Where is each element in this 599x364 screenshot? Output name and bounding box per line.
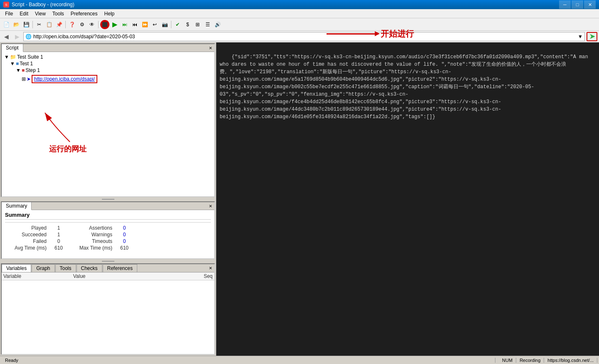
label-maxtime: Max Time (ms): [71, 245, 112, 251]
view-button[interactable]: 👁: [87, 20, 97, 29]
expand-icon: ▼: [4, 54, 9, 60]
go-button[interactable]: ➤: [587, 32, 597, 41]
grid-button[interactable]: ⊞: [193, 20, 202, 29]
status-recording: Recording: [516, 358, 544, 363]
value-succeeded: 1: [48, 232, 69, 238]
menu-help[interactable]: Help: [101, 10, 118, 17]
title-bar: S Script - Badboy - (recording) ─ □ ✕: [0, 0, 599, 9]
step-into-button[interactable]: ↩: [150, 20, 159, 29]
status-bar: Ready NUM Recording https://blog.csdn.ne…: [0, 356, 599, 364]
tree-url-item[interactable]: ⊞ ➤ http://open.iciba.com/dsapi/: [3, 74, 213, 84]
play-button[interactable]: ▶: [110, 20, 119, 29]
app-title: Script - Badboy - (recording): [12, 2, 74, 7]
help-button[interactable]: ❓: [67, 20, 77, 29]
vars-content: [2, 280, 214, 347]
step-annotation-text: 运行的网址: [49, 144, 87, 154]
label-warnings: Warnings: [71, 232, 112, 238]
dollar-button[interactable]: $: [183, 20, 192, 29]
expand-icon-3: ▼: [16, 67, 21, 73]
divider-2[interactable]: [0, 260, 216, 262]
menu-preferences[interactable]: Preferences: [67, 10, 101, 17]
value-maxtime: 610: [114, 245, 135, 251]
url-arrow-icon: ➤: [27, 76, 31, 82]
tab-checks[interactable]: Checks: [77, 264, 102, 272]
menu-file[interactable]: File: [2, 10, 16, 17]
minimize-button[interactable]: ─: [559, 0, 571, 9]
divider-1[interactable]: [0, 198, 216, 201]
tree-suite[interactable]: ▼ 📁 Test Suite 1: [3, 54, 213, 60]
audio-button[interactable]: 🔊: [213, 20, 222, 29]
open-button[interactable]: 📂: [12, 20, 21, 29]
col-variable: Variable: [3, 273, 73, 279]
play-fast-button[interactable]: ⏭: [120, 20, 129, 29]
app-icon: S: [3, 2, 9, 7]
record-button[interactable]: [100, 20, 109, 29]
toolbar: 📄 📂 💾 ✂ 📋 📌 ❓ ⚙ 👁 ▶ ⏭ ⏮ ⏩ ↩ 📷 ✔ $ ⊞ ☰ 🔊: [0, 18, 599, 31]
label-avgtime: Avg Time (ms): [5, 245, 47, 251]
tree-step[interactable]: ▼ ■ Step 1: [3, 67, 213, 74]
check-button[interactable]: ✔: [173, 20, 182, 29]
tab-graph[interactable]: Graph: [32, 264, 54, 272]
col-value: Value: [73, 273, 143, 279]
start-text: 开始进行: [381, 28, 414, 40]
cut-button[interactable]: ✂: [35, 20, 44, 29]
status-num: NUM: [499, 358, 516, 363]
label-timeouts: Timeouts: [71, 238, 112, 244]
summary-tab[interactable]: Summary: [2, 202, 32, 210]
dropdown-icon[interactable]: ▼: [578, 34, 583, 40]
menu-edit[interactable]: Edit: [16, 10, 32, 17]
close-button[interactable]: ✕: [584, 0, 596, 9]
menu-tools[interactable]: Tools: [49, 10, 67, 17]
label-succeeded: Succeeded: [5, 232, 47, 238]
variables-panel-close[interactable]: ✕: [208, 265, 213, 271]
step-arrow-path: [45, 113, 70, 142]
menu-view[interactable]: View: [32, 10, 49, 17]
tab-variables[interactable]: Variables: [2, 264, 31, 272]
script-panel-header: Script ✕: [2, 44, 214, 52]
summary-panel: Summary ✕ Summary Played 1 Assertions 0 …: [1, 201, 215, 259]
forward-button[interactable]: ▶: [12, 32, 22, 41]
step-label: Step 1: [25, 67, 40, 73]
summary-divider: [5, 222, 211, 223]
tab-references[interactable]: References: [103, 264, 137, 272]
value-timeouts: 0: [114, 238, 135, 244]
copy-button[interactable]: 📋: [45, 20, 54, 29]
tab-tools[interactable]: Tools: [55, 264, 76, 272]
variables-panel: Variables Graph Tools Checks References …: [1, 263, 215, 355]
url-link[interactable]: http://open.iciba.com/dsapi/: [34, 76, 95, 82]
go-arrow-icon: ➤: [589, 32, 595, 40]
label-assertions: Assertions: [71, 225, 112, 231]
script-panel-close[interactable]: ✕: [208, 45, 213, 51]
label-played: Played: [5, 225, 47, 231]
main-container: Script ✕ ▼ 📁 Test Suite 1 ▼ ■ Test 1: [0, 42, 599, 356]
script-panel: Script ✕ ▼ 📁 Test Suite 1 ▼ ■ Test 1: [1, 43, 215, 197]
summary-panel-header: Summary ✕: [2, 202, 214, 210]
value-avgtime: 610: [48, 245, 69, 251]
settings-button[interactable]: ⚙: [77, 20, 87, 29]
maximize-button[interactable]: □: [572, 0, 583, 9]
paste-button[interactable]: 📌: [54, 20, 64, 29]
divider-handle-1: [102, 199, 114, 200]
menu-bar: File Edit View Tools Preferences Help: [0, 9, 599, 18]
start-arrow: [327, 33, 376, 35]
url-input[interactable]: [33, 34, 578, 40]
back-button[interactable]: ◀: [2, 32, 11, 41]
summary-panel-close[interactable]: ✕: [208, 203, 213, 209]
status-url: https://blog.csdn.net/...: [544, 358, 597, 363]
list-button[interactable]: ☰: [203, 20, 212, 29]
expand-icon-2: ▼: [10, 61, 15, 67]
summary-content: Summary Played 1 Assertions 0 Succeeded …: [2, 210, 214, 253]
start-annotation: 开始进行: [327, 28, 414, 40]
tree-test[interactable]: ▼ ■ Test 1: [3, 60, 213, 67]
vars-header: Variable Value Seq: [2, 272, 214, 280]
sep1: [32, 21, 33, 28]
step-fwd-button[interactable]: ⏩: [140, 20, 149, 29]
save-button[interactable]: 💾: [22, 20, 31, 29]
summary-grid: Played 1 Assertions 0 Succeeded 1 Warnin…: [5, 225, 211, 251]
step-back-button[interactable]: ⏮: [130, 20, 139, 29]
script-tab[interactable]: Script: [2, 44, 23, 52]
url-highlight-box[interactable]: http://open.iciba.com/dsapi/: [32, 75, 97, 83]
camera-button[interactable]: 📷: [160, 20, 169, 29]
divider-handle-2: [102, 261, 114, 262]
new-button[interactable]: 📄: [2, 20, 11, 29]
